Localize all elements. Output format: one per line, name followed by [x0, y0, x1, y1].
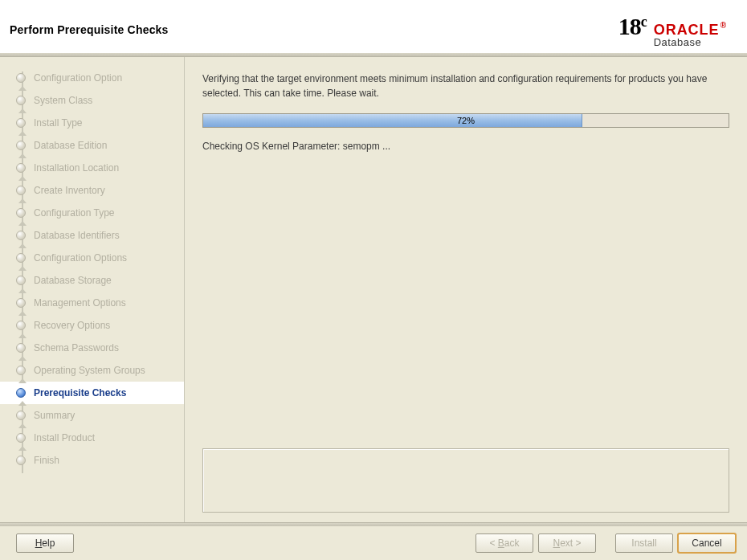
logo-brand-block: ORACLE® Database	[654, 22, 726, 47]
step-label: Summary	[34, 410, 75, 421]
installer-window: Perform Prerequisite Checks 18c ORACLE® …	[0, 0, 747, 560]
sidebar-step: Create Inventory	[0, 179, 184, 202]
step-label: Operating System Groups	[34, 365, 145, 376]
step-arrow-icon	[18, 108, 27, 113]
sidebar-step: Installation Location	[0, 157, 184, 179]
sidebar-step: Finish	[0, 449, 184, 472]
step-label: Prerequisite Checks	[34, 387, 126, 399]
step-arrow-icon	[18, 401, 27, 406]
next-button[interactable]: Next >	[538, 533, 596, 553]
sidebar-step: Database Identifiers	[0, 224, 184, 247]
step-label: System Class	[34, 95, 92, 106]
step-dot-icon	[16, 433, 26, 443]
sidebar-step: Prerequisite Checks	[0, 382, 184, 404]
footer-bar: Help < Back Next > Install Cancel	[0, 526, 747, 560]
step-dot-icon	[16, 298, 26, 308]
step-label: Create Inventory	[34, 185, 105, 196]
step-arrow-icon	[18, 266, 27, 271]
log-output-box	[202, 448, 729, 513]
sidebar-step: Database Storage	[0, 269, 184, 292]
step-arrow-icon	[18, 243, 27, 248]
step-label: Configuration Options	[34, 252, 127, 264]
step-label: Finish	[34, 455, 59, 466]
footer-button-group: < Back Next > Install Cancel	[476, 533, 736, 553]
logo-product-text: Database	[654, 37, 702, 47]
step-label: Installation Location	[34, 162, 119, 174]
step-dot-icon	[16, 118, 26, 128]
help-button[interactable]: Help	[16, 533, 74, 553]
step-label: Recovery Options	[34, 320, 110, 331]
sidebar-step: Schema Passwords	[0, 337, 184, 359]
step-dot-icon	[16, 96, 26, 105]
oracle-logo: 18c ORACLE® Database	[618, 13, 726, 47]
step-arrow-icon	[18, 288, 27, 293]
status-text: Checking OS Kernel Parameter: semopm ...	[202, 141, 729, 152]
logo-brand-text: ORACLE	[654, 22, 720, 38]
step-dot-icon	[16, 253, 26, 263]
progress-bar: 72%	[202, 113, 729, 128]
step-arrow-icon	[18, 446, 27, 451]
sidebar-step: Summary	[0, 404, 184, 427]
logo-version-number: 18	[618, 13, 641, 40]
wizard-sidebar: Configuration OptionSystem ClassInstall …	[0, 57, 185, 522]
sidebar-step: System Class	[0, 89, 184, 112]
step-arrow-icon	[18, 221, 27, 226]
spacer	[202, 152, 729, 448]
step-label: Install Product	[34, 432, 95, 444]
step-dot-icon	[16, 456, 26, 465]
sidebar-step: Operating System Groups	[0, 359, 184, 382]
step-dot-icon	[16, 321, 26, 330]
step-arrow-icon	[18, 131, 27, 136]
back-button[interactable]: < Back	[476, 533, 533, 553]
intro-text: Verifying that the target environment me…	[202, 72, 729, 100]
sidebar-step: Install Type	[0, 112, 184, 134]
progress-percent-label: 72%	[203, 114, 729, 127]
step-label: Install Type	[34, 117, 82, 129]
step-dot-icon	[16, 208, 26, 218]
step-arrow-icon	[18, 356, 27, 361]
step-arrow-icon	[18, 423, 27, 428]
step-label: Database Identifiers	[34, 230, 120, 241]
step-dot-icon	[16, 231, 26, 240]
step-dot-icon	[16, 163, 26, 173]
step-label: Configuration Type	[34, 207, 115, 219]
step-arrow-icon	[18, 86, 27, 91]
sidebar-step: Install Product	[0, 427, 184, 449]
step-dot-icon	[16, 366, 26, 375]
step-label: Database Storage	[34, 275, 112, 286]
step-arrow-icon	[18, 198, 27, 203]
sidebar-step: Configuration Type	[0, 202, 184, 224]
install-button[interactable]: Install	[615, 533, 673, 553]
step-arrow-icon	[18, 311, 27, 316]
step-arrow-icon	[18, 176, 27, 181]
step-dot-icon	[16, 411, 26, 420]
step-arrow-icon	[18, 378, 27, 383]
step-dot-icon	[16, 141, 26, 150]
sidebar-step: Recovery Options	[0, 314, 184, 337]
step-dot-icon	[16, 276, 26, 285]
step-label: Management Options	[34, 297, 126, 309]
body-container: Configuration OptionSystem ClassInstall …	[0, 57, 747, 522]
step-dot-icon	[16, 343, 26, 353]
sidebar-step: Database Edition	[0, 134, 184, 157]
header-bar: Perform Prerequisite Checks 18c ORACLE® …	[0, 0, 747, 53]
page-title: Perform Prerequisite Checks	[10, 23, 169, 36]
main-content: Verifying that the target environment me…	[185, 57, 747, 522]
cancel-button[interactable]: Cancel	[678, 533, 736, 553]
step-dot-icon	[16, 388, 26, 398]
step-arrow-icon	[18, 333, 27, 338]
step-dot-icon	[16, 73, 26, 83]
logo-version-suffix: c	[641, 14, 647, 31]
step-dot-icon	[16, 186, 26, 195]
step-label: Configuration Option	[34, 72, 122, 84]
logo-registered-icon: ®	[720, 21, 726, 30]
step-arrow-icon	[18, 153, 27, 158]
sidebar-step: Configuration Option	[0, 67, 184, 89]
step-label: Schema Passwords	[34, 342, 119, 354]
sidebar-step: Configuration Options	[0, 247, 184, 269]
step-label: Database Edition	[34, 140, 107, 151]
sidebar-step: Management Options	[0, 292, 184, 314]
